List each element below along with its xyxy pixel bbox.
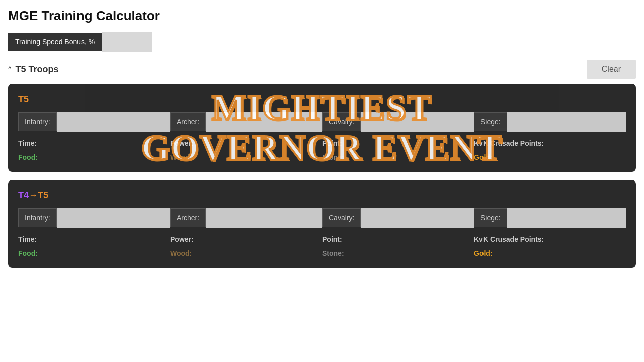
t5-cavalry-group: Cavalry: [322,112,474,132]
t5-stone-label: Stone: [322,153,344,161]
t4t5-food: Food: [18,249,170,258]
t5-archer-group: Archer: [170,112,322,132]
t4t5-archer-group: Archer: [170,208,322,228]
t4t5-archer-input[interactable] [206,208,322,228]
t4t5-food-label: Food: [18,249,38,257]
t5-archer-label: Archer: [170,112,206,131]
t4t5-siege-group: Siege: [474,208,626,228]
t4t5-point: Point: [322,235,474,244]
training-speed-label: Training Speed Bonus, % [8,33,102,51]
t5-siege-label: Siege: [474,112,507,131]
t5-power-label: Power: [170,139,194,147]
t5-card: T5 Infantry: Archer: Cavalry: Siege: Tim… [8,84,636,172]
t5-gold-label: Gold: [474,153,493,161]
arrow-label: → [29,190,38,200]
t4t5-infantry-group: Infantry: [18,208,170,228]
t4t5-stone: Stone: [322,249,474,258]
t5-resources-row: Food: Wood: Stone: Gold: [18,153,626,162]
t5-infantry-label: Infantry: [18,112,57,131]
section-title: T5 Troops [16,64,59,75]
t4t5-infantry-input[interactable] [57,208,170,228]
t4t5-inputs-row: Infantry: Archer: Cavalry: Siege: [18,208,626,228]
t4t5-infantry-label: Infantry: [18,208,57,227]
t5-cavalry-input[interactable] [361,112,474,132]
t5-cavalry-label: Cavalry: [322,112,361,131]
t5-power: Power: [170,139,322,148]
t5-infantry-input[interactable] [57,112,170,132]
t4t5-gold-label: Gold: [474,249,493,257]
t5-wood: Wood: [170,153,322,162]
t4t5-point-label: Point: [322,235,342,243]
t5-inputs-row: Infantry: Archer: Cavalry: Siege: [18,112,626,132]
chevron-icon[interactable]: ^ [8,65,12,73]
t5-siege-input[interactable] [507,112,626,132]
training-speed-row: Training Speed Bonus, % [8,32,636,52]
section-header: ^ T5 Troops Clear [8,60,636,79]
t4t5-wood-label: Wood: [170,249,192,257]
t5b-label: T5 [38,190,48,200]
t4t5-power: Power: [170,235,322,244]
t5-siege-group: Siege: [474,112,626,132]
t5-gold: Gold: [474,153,626,162]
t4t5-cavalry-label: Cavalry: [322,208,361,227]
t4t5-siege-label: Siege: [474,208,507,227]
t5-stats-row: Time: Power: Point: KvK Crusade Points: [18,139,626,148]
t5-archer-input[interactable] [206,112,322,132]
t5-infantry-group: Infantry: [18,112,170,132]
t5-card-title: T5 [18,94,626,105]
training-speed-input[interactable] [102,32,152,52]
t4-label: T4 [18,190,29,200]
t4t5-gold: Gold: [474,249,626,258]
t4t5-wood: Wood: [170,249,322,258]
clear-button[interactable]: Clear [587,60,636,79]
t5-point: Point: [322,139,474,148]
t4t5-card-title: T4→T5 [18,190,626,201]
t5-point-label: Point: [322,139,342,147]
t4t5-kvk: KvK Crusade Points: [474,235,626,244]
t4t5-resources-row: Food: Wood: Stone: Gold: [18,249,626,258]
t4t5-time-label: Time: [18,235,37,243]
t4t5-siege-input[interactable] [507,208,626,228]
t5-wood-label: Wood: [170,153,192,161]
t5-food: Food: [18,153,170,162]
t4t5-power-label: Power: [170,235,194,243]
t5-time-label: Time: [18,139,37,147]
t5-food-label: Food: [18,153,38,161]
t4t5-kvk-label: KvK Crusade Points: [474,235,544,243]
t4t5-stone-label: Stone: [322,249,344,257]
t4t5-cavalry-group: Cavalry: [322,208,474,228]
t4t5-archer-label: Archer: [170,208,206,227]
section-title-row: ^ T5 Troops [8,64,59,75]
t4t5-card: T4→T5 Infantry: Archer: Cavalry: Siege: … [8,180,636,268]
t5-time: Time: [18,139,170,148]
t4t5-time: Time: [18,235,170,244]
t5-stone: Stone: [322,153,474,162]
t5-kvk-label: KvK Crusade Points: [474,139,544,147]
t4t5-cavalry-input[interactable] [361,208,474,228]
t4t5-stats-row: Time: Power: Point: KvK Crusade Points: [18,235,626,244]
t5-kvk: KvK Crusade Points: [474,139,626,148]
page-title: MGE Training Calculator [8,8,636,24]
